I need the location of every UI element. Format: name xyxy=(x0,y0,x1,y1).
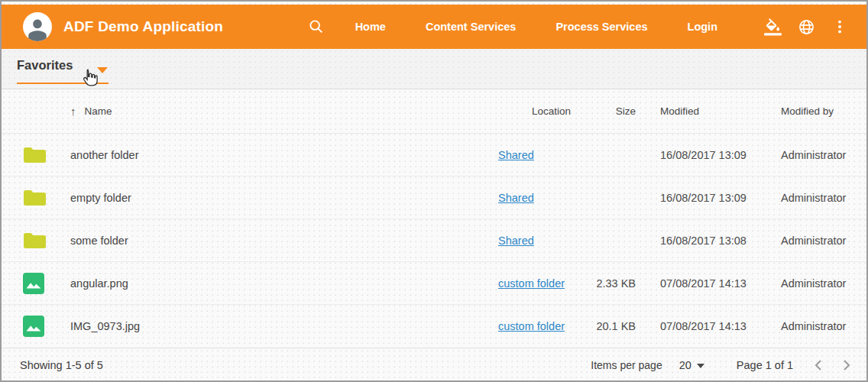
items-per-page-value: 20 xyxy=(679,359,691,371)
size-cell: 20.1 KB xyxy=(571,320,636,332)
nav-login[interactable]: Login xyxy=(683,20,722,34)
document-list: ↑ Name Location Size Modified Modified b… xyxy=(2,89,866,348)
caret-down-icon[interactable] xyxy=(97,67,108,73)
location-link[interactable]: custom folder xyxy=(498,320,565,332)
modified-cell: 07/08/2017 14:13 xyxy=(636,277,775,290)
user-avatar[interactable] xyxy=(23,12,52,41)
app-title: ADF Demo Application xyxy=(63,18,223,35)
view-selector-label: Favorites xyxy=(17,58,73,72)
location-cell: Shared xyxy=(498,235,571,247)
table-header-row: ↑ Name Location Size Modified Modified b… xyxy=(2,89,866,134)
sort-ascending-icon: ↑ xyxy=(70,105,76,118)
app-window: ADF Demo Application Home Content Servic… xyxy=(0,0,868,382)
page-indicator: Page 1 of 1 xyxy=(737,359,793,371)
more-menu-button[interactable] xyxy=(831,18,848,35)
pagination-bar: Showing 1-5 of 5 Items per page 20 Page … xyxy=(2,348,866,381)
size-cell: 2.33 KB xyxy=(571,277,636,290)
previous-page-button[interactable] xyxy=(814,359,822,371)
location-cell: Shared xyxy=(498,149,571,161)
items-per-page-label: Items per page xyxy=(591,359,662,371)
modified-cell: 16/08/2017 13:09 xyxy=(636,149,775,161)
header-action-icons xyxy=(748,18,848,36)
chevron-left-icon xyxy=(814,359,822,371)
table-row[interactable]: empty folder Shared 16/08/2017 13:09 Adm… xyxy=(2,176,866,219)
modified-cell: 16/08/2017 13:09 xyxy=(636,192,775,204)
view-selector-toolbar: Favorites xyxy=(2,49,866,89)
theme-color-button[interactable] xyxy=(764,18,782,36)
location-cell: Shared xyxy=(498,192,571,204)
modified-by-cell: Administrator xyxy=(775,235,866,247)
table-row[interactable]: some folder Shared 16/08/2017 13:08 Admi… xyxy=(2,219,866,262)
location-link[interactable]: Shared xyxy=(498,235,534,247)
location-link[interactable]: Shared xyxy=(498,192,534,204)
modified-by-cell: Administrator xyxy=(775,320,866,332)
person-icon xyxy=(24,15,50,41)
file-name: empty folder xyxy=(70,192,498,204)
color-fill-icon xyxy=(764,18,782,36)
folder-icon xyxy=(20,188,70,208)
file-name: another folder xyxy=(70,149,498,161)
modified-by-cell: Administrator xyxy=(775,192,866,204)
file-name: angular.png xyxy=(70,277,498,290)
location-link[interactable]: custom folder xyxy=(498,277,565,290)
next-page-button[interactable] xyxy=(843,359,851,371)
column-header-size[interactable]: Size xyxy=(571,105,636,117)
modified-cell: 07/08/2017 14:13 xyxy=(636,320,775,332)
search-icon xyxy=(308,18,325,35)
table-row[interactable]: angular.png custom folder 2.33 KB 07/08/… xyxy=(2,262,866,305)
column-header-modified-by[interactable]: Modified by xyxy=(775,105,866,117)
file-name: some folder xyxy=(70,235,498,247)
folder-icon xyxy=(20,145,70,165)
table-row[interactable]: another folder Shared 16/08/2017 13:09 A… xyxy=(2,134,866,176)
location-cell: custom folder xyxy=(498,277,571,290)
folder-icon xyxy=(20,231,70,251)
column-header-name[interactable]: ↑ Name xyxy=(70,105,498,118)
modified-by-cell: Administrator xyxy=(775,149,866,161)
app-header: ADF Demo Application Home Content Servic… xyxy=(2,5,866,49)
main-nav: Home Content Services Process Services L… xyxy=(335,20,737,34)
chevron-right-icon xyxy=(843,359,851,371)
items-per-page-select[interactable]: 20 xyxy=(675,358,709,372)
view-selector[interactable]: Favorites xyxy=(17,58,73,73)
table-row[interactable]: IMG_0973.jpg custom folder 20.1 KB 07/08… xyxy=(2,305,866,348)
modified-cell: 16/08/2017 13:08 xyxy=(636,235,775,247)
globe-icon xyxy=(798,18,815,36)
nav-home[interactable]: Home xyxy=(351,20,390,34)
column-header-location[interactable]: Location xyxy=(498,105,571,117)
location-link[interactable]: Shared xyxy=(498,149,534,161)
search-button[interactable] xyxy=(308,18,325,35)
image-icon xyxy=(20,315,70,338)
image-icon xyxy=(20,272,70,295)
location-cell: custom folder xyxy=(498,320,571,332)
modified-by-cell: Administrator xyxy=(775,277,866,290)
column-header-modified[interactable]: Modified xyxy=(636,105,775,117)
more-vert-icon xyxy=(831,18,848,35)
caret-down-icon xyxy=(697,364,704,368)
nav-process-services[interactable]: Process Services xyxy=(551,20,652,34)
nav-content-services[interactable]: Content Services xyxy=(421,20,520,34)
active-tab-underline xyxy=(17,83,108,84)
showing-count: Showing 1-5 of 5 xyxy=(20,359,103,371)
file-name: IMG_0973.jpg xyxy=(70,320,498,332)
language-button[interactable] xyxy=(798,18,815,36)
